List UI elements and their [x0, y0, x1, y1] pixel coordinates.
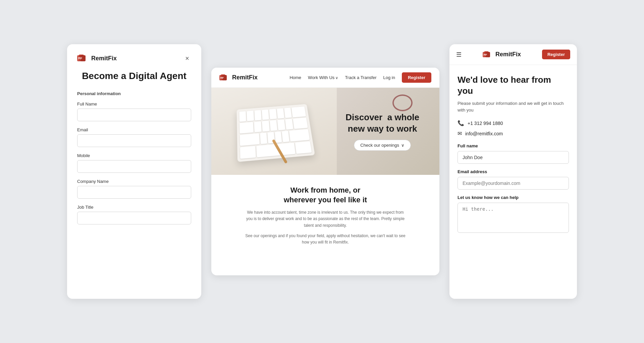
key — [277, 108, 284, 119]
hero-title: Discover a wholenew way to work — [345, 112, 419, 135]
right-panel-nav: ☰ RF RemitFix Register — [449, 44, 577, 65]
close-button[interactable]: × — [183, 54, 191, 62]
svg-text:RF: RF — [220, 76, 224, 79]
site-nav: RF RemitFix Home Work With Us Track a Tr… — [211, 68, 439, 88]
site-logo: RF RemitFix — [219, 74, 258, 81]
logo-left: RF RemitFix — [77, 55, 117, 62]
phone-number: +1 312 994 1880 — [468, 121, 503, 126]
form-group-fullname: Full Name — [77, 101, 191, 121]
panel-header: RF RemitFix × — [77, 54, 191, 62]
key — [240, 133, 260, 146]
right-panel: ☰ RF RemitFix Register We'd love to hear… — [449, 44, 577, 299]
key — [239, 111, 246, 122]
input-jobtitle[interactable] — [77, 212, 191, 224]
check-openings-button[interactable]: Check our openings ∨ — [354, 140, 411, 151]
key — [270, 120, 277, 131]
work-desc-1: We have into account talent, time zone i… — [245, 209, 406, 229]
nav-login[interactable]: Log in — [383, 75, 395, 80]
key — [295, 141, 312, 154]
section-label: Personal information — [77, 91, 191, 96]
email-icon: ✉ — [458, 130, 462, 137]
key — [269, 109, 277, 119]
key — [289, 129, 310, 141]
check-openings-label: Check our openings — [360, 143, 399, 148]
logo-icon-left: RF — [77, 55, 89, 62]
svg-text:RF: RF — [78, 57, 82, 60]
key — [277, 119, 285, 130]
key — [291, 107, 306, 118]
contact-title: We'd love to hear from you — [458, 74, 569, 96]
form-group-email: Email — [77, 127, 191, 147]
keyboard-visual — [237, 104, 315, 162]
input-contact-email[interactable] — [458, 177, 569, 190]
work-title: Work from home, orwherever you feel like… — [231, 186, 419, 205]
left-panel: RF RemitFix × Become a Digital Agent Per… — [67, 44, 201, 299]
right-logo-text: RemitFix — [495, 51, 521, 58]
label-jobtitle: Job Title — [77, 205, 191, 210]
hero-content: Discover a wholenew way to work Check ou… — [345, 112, 419, 151]
label-contact-message: Let us know how we can help — [458, 195, 569, 200]
site-work-section: Work from home, orwherever you feel like… — [211, 175, 439, 256]
key — [247, 111, 254, 121]
nav-work-with-us[interactable]: Work With Us — [308, 75, 338, 80]
key — [284, 108, 292, 118]
form-group-company: Company Name — [77, 179, 191, 199]
key — [254, 110, 261, 120]
contact-email-info: ✉ info@remitfix.com — [458, 130, 569, 137]
key — [262, 121, 270, 132]
logo-text-left: RemitFix — [91, 55, 117, 62]
key — [260, 133, 267, 144]
input-email[interactable] — [77, 134, 191, 147]
right-logo: RF RemitFix — [483, 51, 521, 58]
input-contact-message[interactable] — [458, 203, 569, 233]
hero-glasses — [392, 94, 413, 111]
key — [254, 121, 262, 132]
svg-text:RF: RF — [484, 53, 487, 56]
site-hero: Discover a wholenew way to work Check ou… — [211, 88, 439, 175]
label-contact-email: Email address — [458, 169, 569, 174]
chevron-down-icon: ∨ — [401, 143, 405, 148]
key — [282, 131, 290, 142]
nav-track-transfer[interactable]: Track a Transfer — [345, 75, 376, 80]
form-group-jobtitle: Job Title — [77, 205, 191, 224]
center-panel: RF RemitFix Home Work With Us Track a Tr… — [211, 68, 439, 275]
key — [262, 110, 269, 120]
label-contact-fullname: Full name — [458, 143, 569, 148]
phone-icon: 📞 — [458, 120, 464, 126]
input-mobile[interactable] — [77, 160, 191, 173]
right-logo-icon: RF — [483, 51, 493, 58]
right-panel-body: We'd love to hear from you Please submit… — [449, 65, 577, 244]
key — [293, 118, 308, 129]
site-logo-text: RemitFix — [232, 74, 258, 81]
contact-form: Full name Email address Let us know how … — [458, 143, 569, 234]
label-company: Company Name — [77, 179, 191, 184]
key — [239, 122, 254, 134]
hamburger-icon[interactable]: ☰ — [456, 51, 462, 58]
input-contact-fullname[interactable] — [458, 151, 569, 164]
site-register-button[interactable]: Register — [402, 72, 431, 83]
right-register-button[interactable]: Register — [542, 50, 570, 59]
input-fullname[interactable] — [77, 109, 191, 121]
site-nav-links: Home Work With Us Track a Transfer Log i… — [289, 72, 431, 83]
label-fullname: Full Name — [77, 101, 191, 107]
key — [240, 146, 256, 159]
contact-subtitle: Please submit your information and we wi… — [458, 100, 569, 113]
nav-home[interactable]: Home — [289, 75, 301, 80]
hero-keyboard-area — [211, 88, 337, 175]
form-group-mobile: Mobile — [77, 153, 191, 173]
input-company[interactable] — [77, 186, 191, 199]
panel-title: Become a Digital Agent — [77, 70, 191, 82]
contact-phone: 📞 +1 312 994 1880 — [458, 120, 569, 126]
work-desc-2: See our openings and if you found your f… — [245, 233, 406, 246]
page-wrapper: RF RemitFix × Become a Digital Agent Per… — [0, 0, 644, 343]
site-logo-icon: RF — [219, 74, 229, 81]
label-mobile: Mobile — [77, 153, 191, 158]
key — [285, 119, 293, 130]
key — [275, 131, 282, 143]
label-email: Email — [77, 127, 191, 132]
contact-email-address: info@remitfix.com — [465, 131, 503, 136]
